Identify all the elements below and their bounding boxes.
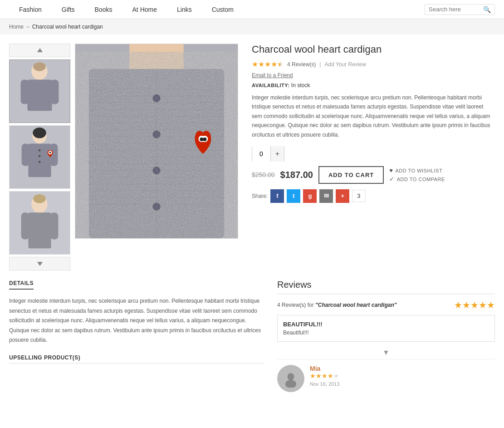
nav-at-home[interactable]: At Home [122, 0, 167, 19]
details-panel: DETAILS Integer molestie interdum turpis… [9, 280, 264, 398]
add-to-cart-button[interactable]: ADD TO CART [318, 166, 384, 184]
reviewer-stars: ★★★★★ [310, 372, 339, 379]
original-price: $250.00 [252, 171, 275, 178]
svg-point-56 [203, 138, 206, 141]
add-to-wishlist-button[interactable]: ♥ ADD TO WISHLIST [389, 167, 445, 174]
svg-marker-0 [37, 48, 43, 52]
add-to-compare-button[interactable]: ✓ ADD TO COMPARE [389, 176, 445, 182]
svg-rect-23 [28, 212, 51, 248]
thumb-nav-down[interactable] [9, 257, 70, 271]
svg-point-15 [39, 155, 41, 157]
navigation: Fashion Gifts Books At Home Links Custom… [0, 0, 504, 19]
reviewer-avatar [277, 365, 304, 392]
bottom-section: DETAILS Integer molestie interdum turpis… [0, 280, 504, 407]
review-title-1: BEAUTIFUL!!! [283, 321, 489, 328]
product-gallery [9, 44, 238, 271]
svg-point-14 [39, 149, 41, 152]
share-row: Share: f t g ✉ + 3 [252, 189, 495, 203]
separator: | [319, 61, 321, 68]
review-card-1: BEAUTIFUL!!! Beautiful!!! [277, 315, 495, 342]
quantity-input[interactable]: 0 [252, 146, 270, 162]
share-count: 3 [352, 190, 365, 202]
review-body-1: Beautiful!!! [283, 330, 489, 336]
review-count: 4 Review(s) [287, 61, 316, 68]
availability: AVAILABILITY: In stock [252, 82, 495, 89]
svg-rect-24 [21, 212, 29, 239]
wishlist-compare-group: ♥ ADD TO WISHLIST ✓ ADD TO COMPARE [389, 167, 445, 182]
svg-rect-28 [129, 44, 183, 71]
rating-row: ★★★★★★ 4 Review(s) | Add Your Review [252, 60, 495, 69]
svg-marker-26 [37, 262, 43, 266]
nav-links[interactable]: Links [167, 0, 202, 19]
breadcrumb-home[interactable]: Home [9, 24, 24, 30]
svg-rect-12 [22, 143, 30, 166]
nav-fashion[interactable]: Fashion [9, 0, 52, 19]
reviewer-info: Mia ★★★★★ Nov 16, 2013 [310, 365, 339, 392]
share-google-button[interactable]: g [303, 189, 317, 203]
nav-books[interactable]: Books [85, 0, 122, 19]
heart-icon: ♥ [389, 167, 393, 174]
nav-custom[interactable]: Custom [202, 0, 244, 19]
reviewer-name: Mia [310, 365, 339, 372]
thumbnail-3[interactable] [9, 191, 70, 255]
availability-label: AVAILABILITY: [252, 83, 290, 88]
share-email-button[interactable]: ✉ [319, 189, 333, 203]
search-input[interactable] [429, 6, 483, 13]
thumb-nav-up[interactable] [9, 44, 70, 57]
reviews-star-rating: ★★★★★ [454, 300, 495, 310]
reviews-summary-text: 4 Review(s) for "Charcoal wool heart car… [277, 302, 396, 308]
availability-value: In stock [291, 82, 310, 89]
svg-point-55 [200, 138, 203, 141]
sale-price: $187.00 [280, 170, 313, 180]
share-plus-button[interactable]: + [336, 189, 349, 203]
add-review-link[interactable]: Add Your Review [324, 61, 366, 68]
check-icon: ✓ [389, 176, 395, 182]
thumbnail-1[interactable] [9, 59, 70, 123]
thumbnail-2[interactable] [9, 125, 70, 189]
quantity-control: 0 + [252, 146, 284, 162]
svg-point-16 [39, 161, 41, 163]
price-cart-row: $250.00 $187.00 ADD TO CART ♥ ADD TO WIS… [252, 166, 495, 184]
nav-links: Fashion Gifts Books At Home Links Custom [9, 0, 425, 19]
share-label: Share: [252, 193, 268, 199]
svg-rect-11 [28, 143, 51, 177]
details-text: Integer molestie interdum turpis, nec sc… [9, 296, 264, 345]
reviewer-date: Nov 16, 2013 [310, 381, 339, 387]
svg-point-21 [33, 194, 46, 203]
details-title: DETAILS [9, 280, 34, 290]
svg-point-18 [49, 152, 51, 153]
svg-rect-5 [27, 79, 52, 111]
reviews-panel: Reviews 4 Review(s) for "Charcoal wool h… [277, 280, 495, 398]
search-box: 🔍 [425, 4, 495, 15]
compare-label: ADD TO COMPARE [397, 177, 445, 182]
reviews-product-name: "Charcoal wool heart cardigan" [315, 302, 396, 308]
scroll-indicator: ▼ [277, 346, 495, 359]
svg-rect-7 [51, 79, 59, 104]
product-info: Charcoal wool heart cardigan ★★★★★★ 4 Re… [252, 44, 495, 271]
main-product-image [75, 44, 238, 239]
upselling-title: UPSELLING PRODUCT(S) [9, 354, 264, 364]
svg-point-59 [288, 373, 294, 380]
reviews-summary: 4 Review(s) for "Charcoal wool heart car… [277, 300, 495, 310]
breadcrumb: Home → Charcoal wool heart cardigan [0, 19, 504, 34]
main-content: Charcoal wool heart cardigan ★★★★★★ 4 Re… [0, 34, 504, 280]
svg-rect-6 [21, 79, 29, 104]
svg-point-3 [33, 62, 46, 71]
purchase-row: 0 + [252, 146, 495, 162]
share-facebook-button[interactable]: f [270, 189, 284, 203]
breadcrumb-separator: → [25, 24, 30, 30]
product-description: Integer molestie interdum turpis, nec sc… [252, 93, 495, 139]
reviewer-card: Mia ★★★★★ Nov 16, 2013 [277, 359, 495, 398]
nav-gifts[interactable]: Gifts [52, 0, 85, 19]
share-twitter-button[interactable]: t [287, 189, 300, 203]
thumbnail-list [9, 44, 70, 271]
reviews-heading: Reviews [277, 280, 495, 294]
product-title: Charcoal wool heart cardigan [252, 44, 495, 55]
quantity-increase-button[interactable]: + [270, 146, 284, 162]
svg-rect-25 [50, 212, 59, 239]
breadcrumb-current: Charcoal wool heart cardigan [32, 24, 103, 30]
search-icon[interactable]: 🔍 [483, 6, 491, 13]
star-rating: ★★★★★★ [252, 60, 284, 69]
svg-point-10 [33, 128, 46, 138]
email-friend-link[interactable]: Email to a Friend [252, 72, 495, 79]
